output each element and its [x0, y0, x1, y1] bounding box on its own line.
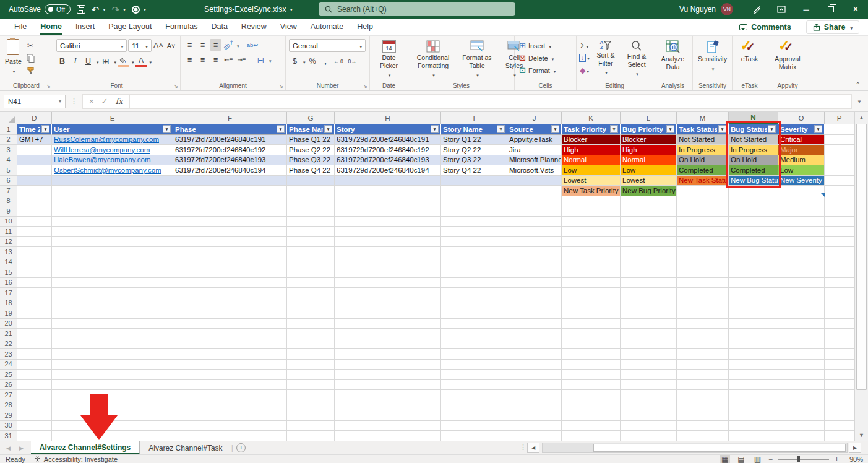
cell-O3[interactable]: Major: [778, 145, 825, 155]
cell-G20[interactable]: [287, 319, 335, 329]
cell-M20[interactable]: [677, 319, 729, 329]
cell-K18[interactable]: [562, 298, 621, 309]
cell-G29[interactable]: [287, 410, 335, 421]
row-number-11[interactable]: 11: [0, 227, 17, 237]
cell-L16[interactable]: [621, 278, 677, 288]
cell-J22[interactable]: [507, 339, 562, 350]
zoom-in-icon[interactable]: +: [835, 455, 839, 463]
alignment-dialog-launcher[interactable]: ↘: [278, 83, 283, 89]
cell-J15[interactable]: [507, 267, 562, 278]
cell-I5[interactable]: Story Q4 22: [441, 165, 507, 176]
cell-G13[interactable]: [287, 247, 335, 257]
cell-D2[interactable]: GMT+7: [17, 135, 52, 145]
cell-I12[interactable]: [441, 237, 507, 248]
cell-J17[interactable]: [507, 288, 562, 298]
cell-I1[interactable]: Story Name▾: [441, 124, 507, 135]
etask-button[interactable]: ✓✓ eTask: [737, 38, 762, 65]
cell-G3[interactable]: Phase Q2 22: [287, 145, 335, 155]
cell-L7[interactable]: New Bug Priority: [621, 186, 677, 196]
font-dialog-launcher[interactable]: ↘: [173, 83, 178, 89]
decrease-indent-icon[interactable]: ⇤≡: [223, 54, 234, 66]
filter-button-D[interactable]: ▾: [41, 125, 49, 133]
row-number-7[interactable]: 7: [0, 186, 17, 196]
cell-J5[interactable]: Microsoft.Vsts: [507, 165, 562, 176]
cell-P9[interactable]: [825, 206, 854, 217]
collapse-ribbon-icon[interactable]: ⌃: [856, 81, 861, 88]
filter-button-O[interactable]: ▾: [814, 125, 822, 133]
cell-J30[interactable]: [507, 421, 562, 431]
cell-P14[interactable]: [825, 257, 854, 268]
cell-E2[interactable]: RussColeman@mycompany.com: [52, 135, 173, 145]
row-number-15[interactable]: 15: [0, 267, 17, 278]
cell-N5[interactable]: Completed: [729, 165, 778, 176]
cell-O27[interactable]: [778, 390, 825, 400]
cell-F13[interactable]: [173, 247, 287, 257]
cell-D19[interactable]: [17, 308, 52, 319]
cell-P1[interactable]: [825, 124, 854, 135]
cell-N4[interactable]: On Hold: [729, 155, 778, 166]
cell-D30[interactable]: [17, 421, 52, 431]
cell-G5[interactable]: Phase Q4 22: [287, 165, 335, 176]
sensitivity-button[interactable]: Sensitivity: [695, 38, 730, 74]
increase-indent-icon[interactable]: ⇥≡: [236, 54, 247, 66]
cell-K2[interactable]: Blocker: [562, 135, 621, 145]
cell-N25[interactable]: [729, 370, 778, 380]
cell-K7[interactable]: New Task Priority: [562, 186, 621, 196]
horizontal-scrollbar-thumb[interactable]: [593, 444, 846, 452]
cell-H30[interactable]: [335, 421, 441, 431]
cell-P21[interactable]: [825, 329, 854, 339]
ribbon-tab-data[interactable]: Data: [204, 19, 234, 35]
cell-M15[interactable]: [677, 267, 729, 278]
cell-N9[interactable]: [729, 206, 778, 217]
cell-F21[interactable]: [173, 329, 287, 339]
cell-F10[interactable]: [173, 217, 287, 227]
scroll-up-icon[interactable]: ▲: [855, 112, 868, 123]
cell-D14[interactable]: [17, 257, 52, 268]
cell-O21[interactable]: [778, 329, 825, 339]
cell-L28[interactable]: [621, 400, 677, 411]
cell-O22[interactable]: [778, 339, 825, 350]
cell-L25[interactable]: [621, 370, 677, 380]
cell-N21[interactable]: [729, 329, 778, 339]
filter-button-F[interactable]: ▾: [277, 125, 285, 133]
cell-F31[interactable]: [173, 431, 287, 441]
cell-F17[interactable]: [173, 288, 287, 298]
column-header-N[interactable]: N: [729, 112, 778, 124]
font-family-select[interactable]: Calibri: [56, 39, 127, 52]
row-number-23[interactable]: 23: [0, 349, 17, 360]
cell-G23[interactable]: [287, 349, 335, 360]
cell-J24[interactable]: [507, 360, 562, 370]
cell-N30[interactable]: [729, 421, 778, 431]
cell-E12[interactable]: [52, 237, 173, 248]
cell-J20[interactable]: [507, 319, 562, 329]
ribbon-tab-review[interactable]: Review: [234, 19, 273, 35]
top-align-icon[interactable]: ≡: [184, 39, 196, 51]
fill-color-chevron-icon[interactable]: [131, 57, 134, 66]
cell-E21[interactable]: [52, 329, 173, 339]
cell-D6[interactable]: [17, 176, 52, 186]
cell-E9[interactable]: [52, 206, 173, 217]
cell-N3[interactable]: In Progress: [729, 145, 778, 155]
cell-F16[interactable]: [173, 278, 287, 288]
cell-H28[interactable]: [335, 400, 441, 411]
cell-J13[interactable]: [507, 247, 562, 257]
cell-M2[interactable]: Not Started: [677, 135, 729, 145]
row-number-14[interactable]: 14: [0, 257, 17, 268]
comma-style-icon[interactable]: ,: [320, 55, 332, 67]
cell-F25[interactable]: [173, 370, 287, 380]
insert-cells-button[interactable]: ⊞ Insert: [518, 41, 557, 50]
sheet-nav-right-icon[interactable]: ▶: [19, 445, 24, 451]
cell-L29[interactable]: [621, 410, 677, 421]
cell-O9[interactable]: [778, 206, 825, 217]
cell-M1[interactable]: Task Status▾: [677, 124, 729, 135]
cell-G11[interactable]: [287, 227, 335, 237]
cell-H13[interactable]: [335, 247, 441, 257]
orientation-icon[interactable]: ab↗: [220, 37, 237, 53]
percent-style-icon[interactable]: %: [307, 55, 319, 67]
cell-O19[interactable]: [778, 308, 825, 319]
column-header-H[interactable]: H: [335, 112, 441, 124]
cell-E4[interactable]: HaleBowen@mycompany.com: [52, 155, 173, 166]
cell-N12[interactable]: [729, 237, 778, 248]
cell-N28[interactable]: [729, 400, 778, 411]
cell-N23[interactable]: [729, 349, 778, 360]
